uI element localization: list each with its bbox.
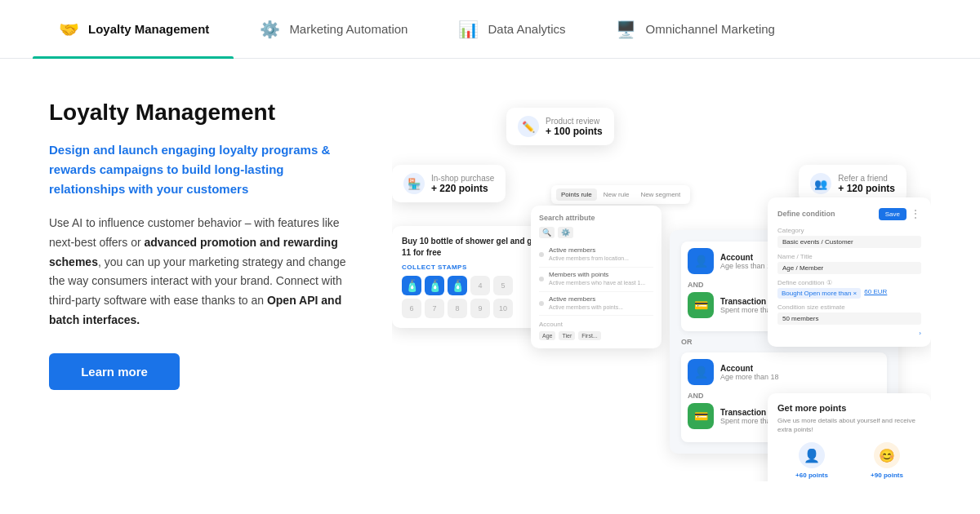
stamp-6: 6 — [402, 299, 421, 318]
panel-field-size: Condition size estimate 50 members — [777, 304, 921, 325]
template-account-tag-tier: Tier — [559, 331, 575, 340]
stamp-8: 8 — [448, 299, 467, 318]
condition-title-1: Account — [720, 253, 775, 262]
navigation: 🤝 Loyalty Management ⚙️ Marketing Automa… — [0, 0, 980, 59]
nav-item-omnichannel[interactable]: 🖥️ Omnichannel Marketing — [590, 0, 800, 59]
condition-sub-1: Age less than 18 — [720, 262, 775, 270]
panel-save-button[interactable]: Save — [879, 208, 906, 220]
illustration-area: ✏️ Product review + 100 points 🏪 In-shop… — [392, 100, 931, 481]
template-title: Search attribute — [539, 214, 653, 222]
template-item-1: Active membersActive members from locati… — [539, 243, 653, 268]
condition-info-1: Account Age less than 18 — [720, 253, 775, 270]
refer-info: Refer a friend + 120 points — [838, 174, 895, 194]
birthday-avatar: 👤 — [799, 442, 825, 468]
tab-new-rule[interactable]: New rule — [599, 188, 635, 201]
panel-field-category-label: Category — [777, 227, 921, 234]
stamp-10: 10 — [493, 299, 513, 318]
product-review-label: Product review — [546, 117, 603, 126]
tab-points-rule[interactable]: Points rule — [556, 188, 597, 201]
in-shop-label: In-shop purchase — [431, 174, 494, 183]
panel-more-link[interactable]: › — [777, 330, 921, 337]
left-column: Loyalty Management Design and launch eng… — [49, 100, 359, 481]
panel-field-name-value: Age / Member — [777, 262, 921, 274]
stamp-5: 5 — [493, 276, 513, 295]
learn-more-button[interactable]: Learn more — [49, 353, 180, 390]
template-dot-1 — [539, 252, 544, 257]
right-panel: Define condition Save ⋮ Category Basic e… — [768, 197, 931, 347]
condition-sub-3: Age more than 18 — [720, 373, 779, 381]
template-item-2: Members with pointsActive members who ha… — [539, 268, 653, 292]
panel-field-size-label: Condition size estimate — [777, 304, 921, 311]
marketing-icon: ⚙️ — [258, 18, 281, 41]
stamps-row-2: 6 7 8 9 10 — [402, 299, 546, 318]
get-more-points-card: Get more points Give us more details abo… — [768, 393, 931, 481]
template-text-3: Active membersActive members with points… — [549, 295, 623, 312]
in-shop-card: 🏪 In-shop purchase + 220 points — [392, 165, 506, 202]
in-shop-info: In-shop purchase + 220 points — [431, 174, 494, 194]
get-points-title: Get more points — [777, 403, 921, 413]
nav-label-analytics: Data Analytics — [488, 22, 565, 36]
analytics-icon: 📊 — [457, 18, 479, 41]
panel-field-category: Category Basic events / Customer — [777, 227, 921, 248]
template-account-row: Age Tier First... — [539, 331, 653, 340]
get-points-items: 👤 +60 points Your date of birthExpect to… — [777, 442, 921, 481]
refer-points: + 120 points — [838, 183, 895, 194]
survey-points: +90 points — [853, 472, 921, 479]
product-review-points: + 100 points — [546, 126, 603, 137]
highlight-text: Design and launch engaging loyalty progr… — [49, 140, 359, 199]
template-text-1: Active membersActive members from locati… — [549, 246, 629, 264]
panel-more-icon[interactable]: ⋮ — [910, 207, 921, 220]
template-account-tag-first: First... — [578, 331, 600, 340]
tab-new-segment[interactable]: New segment — [635, 188, 685, 201]
get-points-subtitle: Give us more details about yourself and … — [777, 416, 921, 434]
template-card: Search attribute 🔍 ⚙️ Active membersActi… — [531, 206, 662, 348]
nav-item-loyalty[interactable]: 🤝 Loyalty Management — [33, 0, 234, 59]
nav-item-analytics[interactable]: 📊 Data Analytics — [432, 0, 590, 59]
main-content: Loyalty Management Design and launch eng… — [0, 59, 980, 514]
panel-field-name: Name / Title Age / Member — [777, 253, 921, 274]
stamp-4: 4 — [470, 276, 490, 295]
page-title: Loyalty Management — [49, 100, 359, 126]
template-dot-3 — [539, 301, 544, 306]
get-points-item-survey: 😊 +90 points Satisfaction surveyComplete… — [853, 442, 921, 481]
tag-bought: Bought Open more than × — [777, 288, 861, 299]
panel-header: Define condition Save ⋮ — [777, 207, 921, 220]
tab-bar: Points rule New rule New segment — [551, 185, 690, 204]
panel-title: Define condition — [777, 210, 835, 218]
survey-avatar: 😊 — [874, 442, 900, 468]
refer-icon: 👥 — [810, 173, 831, 194]
stamp-7: 7 — [425, 299, 444, 318]
panel-field-condition: Define condition ① Bought Open more than… — [777, 279, 921, 299]
panel-field-size-value: 50 members — [777, 312, 921, 325]
account-badge-1: 👤 — [688, 248, 714, 274]
condition-row-3: 👤 Account Age more than 18 — [688, 359, 880, 385]
stamp-card-label: COLLECT STAMPS — [402, 264, 546, 271]
birthday-points: +60 points — [777, 472, 846, 479]
stamp-3: 🧴 — [448, 276, 467, 295]
template-dot-2 — [539, 277, 544, 281]
refer-label: Refer a friend — [838, 174, 895, 183]
nav-label-loyalty: Loyalty Management — [88, 22, 209, 36]
product-review-card: ✏️ Product review + 100 points — [506, 108, 614, 145]
template-item-3: Active membersActive members with points… — [539, 292, 653, 317]
in-shop-icon: 🏪 — [403, 173, 425, 194]
template-text-2: Members with pointsActive members who ha… — [549, 271, 645, 288]
nav-label-marketing: Marketing Automation — [289, 22, 408, 36]
template-account-label: Account — [539, 321, 653, 328]
in-shop-points: + 220 points — [431, 183, 494, 194]
birthday-desc: Your date of birthExpect to receive a li… — [777, 481, 846, 481]
nav-item-marketing[interactable]: ⚙️ Marketing Automation — [234, 0, 432, 59]
condition-info-3: Account Age more than 18 — [720, 364, 779, 381]
get-points-item-birthday: 👤 +60 points Your date of birthExpect to… — [777, 442, 846, 481]
template-icon-filter: ⚙️ — [558, 227, 573, 238]
omnichannel-icon: 🖥️ — [615, 18, 638, 41]
transaction-badge-1: 💳 — [688, 292, 714, 318]
stamp-2: 🧴 — [425, 276, 444, 295]
loyalty-icon: 🤝 — [57, 18, 80, 41]
template-icon-search: 🔍 — [539, 227, 555, 238]
stamps-row: 🧴 🧴 🧴 4 5 — [402, 276, 546, 295]
stamp-card-title: Buy 10 bottle of shower gel and get 11 f… — [402, 236, 546, 259]
transaction-badge-2: 💳 — [688, 403, 714, 429]
survey-desc: Satisfaction surveyComplete survey & gai… — [853, 481, 921, 481]
product-review-icon: ✏️ — [518, 116, 539, 137]
